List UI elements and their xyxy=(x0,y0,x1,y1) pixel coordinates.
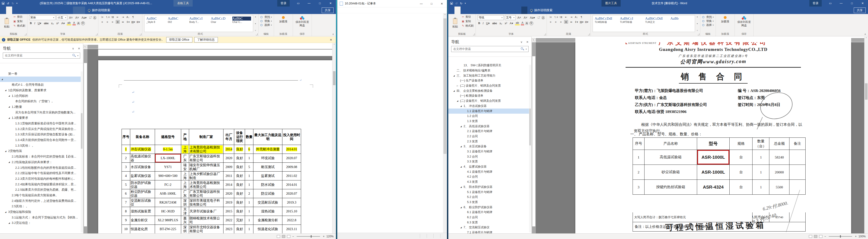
ribbon-tab[interactable] xyxy=(12,6,18,14)
editing-command[interactable]: 选择 ▾ xyxy=(260,23,272,27)
nav-heading-item[interactable]: ◢ 3、 水压试验设备 xyxy=(448,144,529,149)
style-chip[interactable]: AaBbC 002 xyxy=(167,16,187,31)
nav-heading-item[interactable]: 2.2.1包括松散配件在内的所有包装箱应由卖... xyxy=(0,165,81,171)
justify-icon[interactable]: ≣ xyxy=(564,20,568,24)
increase-indent-icon[interactable]: ⇥ xyxy=(569,15,573,19)
nav-heading-item[interactable]: 格式Ⅴ-1．合同专用条款 xyxy=(0,82,81,88)
font-size-combo[interactable]: 五号▾ xyxy=(505,15,516,20)
nav-heading-item[interactable]: ◢ 三、 加工制造和工艺处理能力 xyxy=(448,73,529,78)
addins-button[interactable]: 加载项 xyxy=(718,15,733,32)
align-right-icon[interactable]: ≡ xyxy=(111,20,115,24)
print-layout-icon[interactable] xyxy=(814,235,817,238)
text-effects-button[interactable]: A▾ xyxy=(509,22,514,25)
search-icon[interactable] xyxy=(72,54,74,56)
nav-heading-item[interactable]: ◢ 1.2数量 xyxy=(0,104,81,110)
grow-font-button[interactable]: A˄ xyxy=(68,16,74,20)
share-button[interactable]: 共享 xyxy=(854,7,866,13)
qat-customize-icon[interactable]: ▾ xyxy=(17,2,18,4)
web-layout-icon[interactable] xyxy=(819,235,823,238)
chevron-down-icon[interactable]: ∨ xyxy=(72,47,74,50)
shrink-font-button[interactable]: A˅ xyxy=(74,16,80,20)
shading-icon[interactable]: ▨▾ xyxy=(580,20,584,24)
zoom-level[interactable]: 100% xyxy=(859,235,866,238)
style-chip[interactable]: AaBbCcDdI TLM段标题 xyxy=(594,16,618,31)
nav-heading-item[interactable]: 2.4除双方另有约定外，上述货物包装费用由卖... xyxy=(0,198,81,204)
nav-heading-item[interactable]: ◢ xyxy=(0,76,81,82)
ribbon-tab[interactable] xyxy=(491,6,497,14)
subscript-button[interactable]: x₂ xyxy=(499,22,503,25)
font-color-button[interactable]: A xyxy=(521,21,524,25)
align-left-icon[interactable]: ≡ xyxy=(100,20,104,24)
ribbon-tab[interactable] xyxy=(55,6,61,14)
nav-heading-item[interactable]: 买方在本合同项下向卖方采购的货物数量为... xyxy=(0,110,81,115)
strikethrough-button[interactable]: abc xyxy=(43,22,49,25)
nav-heading-item[interactable]: 1.3.3卖方应保证提供的货物含配套设备 (如... xyxy=(0,132,81,137)
nav-heading-item[interactable]: 2.3 发票 xyxy=(448,139,529,144)
bullets-icon[interactable]: ⁞≡ xyxy=(100,15,104,19)
nav-heading-item[interactable]: 5.2 合同 xyxy=(448,195,529,200)
font-name-combo[interactable]: 等线▾ xyxy=(477,15,504,20)
nav-heading-item[interactable]: ◢ 2货物包装 xyxy=(0,148,81,154)
nav-heading-item[interactable]: ◢ 6、 粉尘防护试验仪器 xyxy=(448,205,529,210)
nav-heading-item[interactable]: 2.2.3卖方应对包装箱内的每种配件和辅料 (... xyxy=(0,176,81,181)
nav-heading-item[interactable]: 1.3.5其他： 。 xyxy=(0,143,81,148)
align-center-icon[interactable]: ≡ xyxy=(554,20,558,24)
save-to-pan-button[interactable]: 保存到百度网盘 xyxy=(737,15,751,32)
nav-heading-item[interactable]: 3.3 发票 xyxy=(448,159,529,164)
nav-heading-item[interactable]: 2.5其他： 。 xyxy=(0,204,81,209)
tell-me-search[interactable]: 操作说明搜索 xyxy=(85,6,113,14)
nav-heading-item[interactable]: 3.1运输方式： 本合同下货物运输方式为 【铁路... xyxy=(0,215,81,220)
expand-collapse-icon[interactable]: ◢ xyxy=(453,75,457,77)
increase-indent-icon[interactable]: ⇥ xyxy=(121,15,125,19)
learn-more-button[interactable]: 了解详细信息 xyxy=(194,37,218,42)
nav-heading-item[interactable]: ▷ (二) 设备照片、铭牌及合同发票 xyxy=(448,83,529,89)
ribbon-tab[interactable] xyxy=(461,6,467,14)
expand-collapse-icon[interactable]: ◢ xyxy=(460,166,464,168)
ribbon-tab[interactable] xyxy=(61,6,67,14)
nav-heading-item[interactable]: ◢ 7、 交流耐压试验仪 xyxy=(448,225,529,230)
nav-heading-item[interactable]: 1.3.2卖方应从生产商或指定生产商采购符合... xyxy=(0,126,81,132)
notepad-text-area[interactable] xyxy=(337,13,443,233)
style-chip[interactable]: AaBbCcDdI TLM正文 xyxy=(644,16,669,31)
ribbon-tab[interactable] xyxy=(521,6,527,14)
nav-heading-item[interactable]: 4.2 合同 xyxy=(448,174,529,179)
expand-collapse-icon[interactable]: ◢ xyxy=(460,105,464,107)
nav-heading-item[interactable]: ◢ 1.1合同标的 xyxy=(0,93,81,99)
expand-collapse-icon[interactable]: ◢ xyxy=(460,125,464,128)
italic-button[interactable]: I xyxy=(34,22,36,25)
ribbon-tab[interactable] xyxy=(24,6,30,14)
sign-in-button[interactable]: 登录 xyxy=(277,0,290,6)
nav-heading-item[interactable]: 13、 SW-□系列防爆照明开关 xyxy=(448,63,529,68)
zoom-slider[interactable] xyxy=(297,236,320,237)
numbering-icon[interactable]: ⒈≡ xyxy=(554,15,558,19)
shading-icon[interactable]: ▨▾ xyxy=(131,20,135,24)
zoom-in-icon[interactable]: + xyxy=(323,235,324,238)
styles-scroll[interactable]: ▴▾▿ xyxy=(255,15,256,32)
nav-heading-item[interactable]: 2.1包装标准：本合同中约定的货物包装【必须... xyxy=(0,154,81,160)
nav-heading-item[interactable]: 6.1 设备照片与铭牌 xyxy=(448,210,529,215)
copy-button[interactable]: ▣复制 xyxy=(462,20,474,23)
expand-collapse-icon[interactable]: ◢ xyxy=(460,145,464,147)
nav-heading-item[interactable]: 1.3 发票 xyxy=(448,119,529,124)
expand-collapse-icon[interactable]: ◢ xyxy=(8,106,12,108)
editing-command[interactable]: 替换 ▾ xyxy=(702,19,714,23)
search-input[interactable] xyxy=(451,46,529,52)
nav-heading-item[interactable]: 2.2.5如果卖方供应的货物为易燃、易爆、有... xyxy=(0,187,81,193)
dialog-launcher-icon[interactable] xyxy=(140,33,142,35)
show-marks-icon[interactable]: ¶ xyxy=(580,15,584,19)
nav-heading-item[interactable]: 2.2.2按运输中每个包装箱的特性及不同要求... xyxy=(0,170,81,176)
print-layout-icon[interactable] xyxy=(282,235,285,238)
collapse-ribbon-icon[interactable]: ∧ xyxy=(864,33,866,36)
expand-collapse-icon[interactable]: ◢ xyxy=(8,161,12,163)
ribbon-tab[interactable] xyxy=(455,6,461,14)
editing-command[interactable]: 选择 ▾ xyxy=(702,23,714,27)
nav-heading-item[interactable]: 4.1 设备照片与铭牌 xyxy=(448,169,529,174)
zoom-out-icon[interactable]: − xyxy=(824,235,826,238)
save-to-pan-button[interactable]: 保存到百度网盘 xyxy=(295,15,310,32)
superscript-button[interactable]: x² xyxy=(56,22,59,25)
nav-heading-item[interactable]: ◢ 2.2包装物及标识的具体要求： xyxy=(0,160,81,165)
ribbon-tab[interactable] xyxy=(42,6,49,14)
get-genuine-office-button[interactable]: 获取正版 Office xyxy=(166,37,192,42)
nav-heading-item[interactable]: 7.1 设备照片与铭牌 xyxy=(448,230,529,233)
minimize-icon[interactable]: — xyxy=(836,0,846,6)
